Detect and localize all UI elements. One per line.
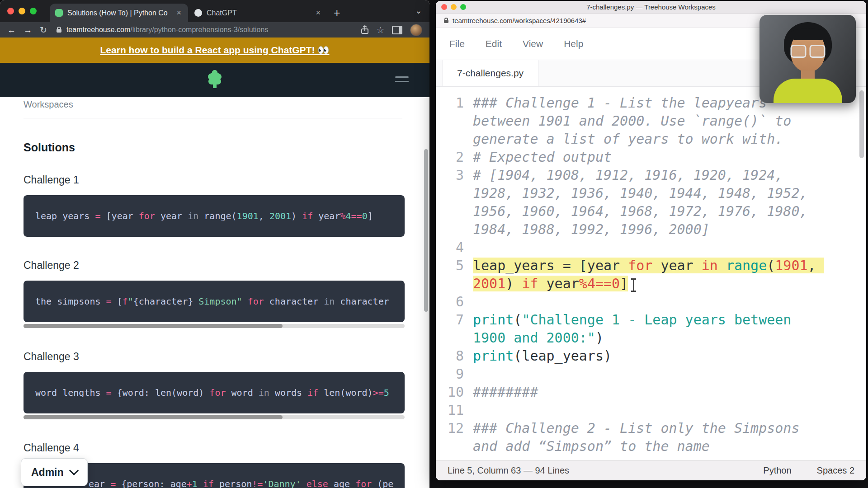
code-token: year — [313, 211, 340, 221]
admin-button[interactable]: Admin — [21, 458, 88, 486]
code-token — [301, 479, 307, 488]
tab-close-icon[interactable]: × — [175, 8, 183, 18]
zoom-window-button[interactable] — [30, 8, 37, 14]
code-token: in — [188, 211, 198, 221]
editor-line: 3# [1904, 1908, 1912, 1916, 1920, 1924, … — [436, 166, 866, 239]
code-token: "Challenge 1 - Leap years between 1900 a… — [473, 312, 799, 346]
code-token: ] — [620, 276, 628, 291]
code-token: word — [226, 388, 258, 397]
code-token: if — [522, 276, 538, 291]
line-number: 11 — [436, 401, 473, 419]
tab-label: ChatGPT — [207, 9, 310, 17]
admin-button-label: Admin — [31, 466, 64, 479]
browser-tabs: Solutions (How To) | Python Co×ChatGPT× — [50, 4, 327, 22]
zoom-window-button[interactable] — [460, 4, 466, 10]
code-line[interactable]: print("Challenge 1 - Leap years between … — [473, 311, 830, 347]
window-controls — [7, 8, 37, 14]
banner-link[interactable]: Learn how to build a React app using Cha… — [100, 45, 330, 56]
tab-label: Solutions (How To) | Python Co — [67, 9, 170, 17]
code-line[interactable] — [473, 293, 830, 311]
forward-button[interactable]: → — [24, 26, 32, 34]
code-token: " — [128, 297, 133, 306]
code-token: for — [139, 211, 155, 221]
code-snippet-line: word_lengths = {word: len(word) for word… — [35, 388, 393, 397]
line-number: 7 — [436, 311, 473, 347]
code-line[interactable]: leap_years = [year for year in range(190… — [473, 257, 830, 293]
hamburger-menu-icon[interactable] — [395, 76, 409, 82]
code-editor[interactable]: 1### Challenge 1 - List the leapyears be… — [436, 87, 866, 463]
code-line[interactable]: print(leap_years) — [473, 347, 830, 365]
code-token: else — [307, 479, 328, 488]
code-token: year — [538, 276, 579, 291]
tab-close-icon[interactable]: × — [314, 8, 322, 18]
code-line[interactable]: ######## — [473, 383, 830, 401]
minimize-window-button[interactable] — [19, 8, 25, 14]
minimize-window-button[interactable] — [451, 4, 457, 10]
menu-edit[interactable]: Edit — [486, 38, 502, 49]
nav-item-workspaces[interactable]: Workspaces — [24, 99, 429, 110]
code-token: == — [595, 276, 612, 291]
new-tab-button[interactable]: + — [334, 7, 340, 19]
code-line[interactable]: ### Challenge 2 - List only the Simpsons… — [473, 419, 830, 455]
nav-divider — [24, 118, 402, 118]
back-button[interactable]: ← — [7, 26, 16, 34]
code-line[interactable] — [473, 239, 830, 257]
close-window-button[interactable] — [7, 8, 14, 14]
page-scrollbar-thumb[interactable] — [424, 149, 428, 312]
horizontal-scrollbar[interactable] — [24, 324, 405, 328]
line-number: 12 — [436, 419, 473, 455]
code-line[interactable]: # Expected output — [473, 148, 830, 166]
editor-line: 7print("Challenge 1 - Leap years between… — [436, 311, 866, 347]
page-title: Solutions — [24, 141, 429, 154]
code-line[interactable]: # [1904, 1908, 1912, 1916, 1920, 1924, 1… — [473, 166, 830, 239]
code-token: = — [110, 479, 116, 488]
share-icon[interactable] — [361, 25, 369, 34]
tab-search-chevron-icon[interactable]: ⌄ — [415, 5, 422, 16]
code-token: , — [808, 258, 824, 273]
profile-avatar[interactable] — [410, 24, 422, 36]
text-cursor-icon — [633, 278, 634, 292]
editor-tab[interactable]: 7-challenges.py — [442, 60, 538, 86]
horizontal-scrollbar[interactable] — [24, 415, 405, 419]
treehouse-logo[interactable] — [206, 69, 224, 91]
code-line[interactable] — [473, 401, 830, 419]
code-token: ( — [767, 258, 775, 273]
browser-window: Solutions (How To) | Python Co×ChatGPT× … — [0, 0, 429, 488]
code-token: 2001 — [473, 276, 505, 291]
code-token: character — [264, 297, 324, 306]
editor-statusbar: Line 5, Column 63 — 94 Lines Python Spac… — [436, 460, 866, 480]
menu-help[interactable]: Help — [564, 38, 583, 49]
menu-file[interactable]: File — [449, 38, 465, 49]
code-token: = — [95, 211, 100, 221]
scrollbar-thumb[interactable] — [24, 415, 283, 419]
close-window-button[interactable] — [441, 4, 447, 10]
sidebar-icon[interactable] — [392, 26, 402, 34]
code-line[interactable] — [473, 365, 830, 383]
reload-button[interactable]: ↻ — [40, 26, 47, 34]
editor-scrollbar-thumb[interactable] — [859, 90, 864, 158]
editor-line: 9 — [436, 365, 866, 383]
browser-tab[interactable]: ChatGPT× — [189, 4, 327, 22]
code-token: if — [203, 479, 214, 488]
treehouse-favicon — [55, 9, 63, 17]
code-token: ( — [231, 211, 237, 221]
indentation-status[interactable]: Spaces 2 — [817, 465, 854, 476]
address-bar[interactable]: teamtreehouse.com/library/python-compreh… — [66, 26, 268, 34]
code-snippet-block: leap_years = [year for year in range(190… — [24, 195, 405, 237]
bookmark-star-icon[interactable]: ☆ — [377, 25, 384, 35]
ssl-padlock-icon — [57, 27, 61, 33]
code-token: = — [106, 297, 112, 306]
line-number: 5 — [436, 257, 473, 293]
challenge-list: Challenge 1leap_years = [year for year i… — [24, 174, 429, 488]
code-token: in — [324, 297, 335, 306]
menu-view[interactable]: View — [523, 38, 543, 49]
code-token: len(word) — [155, 388, 209, 397]
editor-lines: 1### Challenge 1 - List the leapyears be… — [436, 94, 866, 455]
code-token: != — [252, 479, 263, 488]
webcam-overlay — [760, 15, 856, 103]
scrollbar-thumb[interactable] — [24, 324, 283, 328]
browser-tab[interactable]: Solutions (How To) | Python Co× — [50, 4, 188, 22]
language-mode-status[interactable]: Python — [763, 465, 791, 476]
code-token — [198, 211, 204, 221]
code-token: print — [473, 348, 514, 364]
